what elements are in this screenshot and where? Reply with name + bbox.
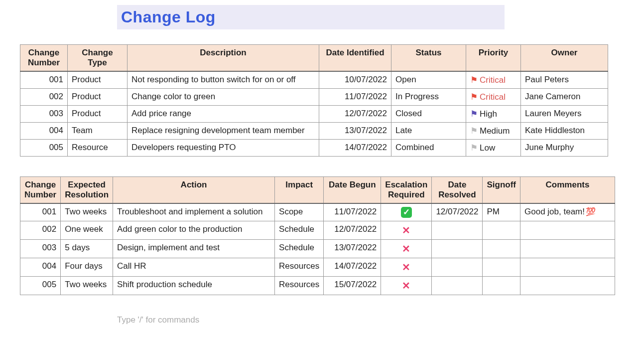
cell-owner: June Murphy [521,140,608,157]
cell-action: Troubleshoot and implement a solution [113,203,275,221]
slash-command-input[interactable] [117,315,316,325]
cell-priority: ⚑Medium [466,123,521,140]
cell-description: Replace resigning development team membe… [128,123,319,140]
cell-description: Change color to green [128,89,319,106]
drag-handle-icon[interactable]: ⠿ [27,192,31,199]
cell-escalation: ✕ [381,277,432,295]
cell-change-number: 004 [20,123,68,140]
cell-impact: Schedule [275,221,324,240]
cell-status: Open [391,71,466,89]
cell-signoff [483,258,520,277]
cell-priority: ⚑Critical [466,71,521,89]
cell-signoff [483,277,520,295]
cell-escalation: ✕ [381,258,432,277]
cell-priority: ⚑Critical [466,89,521,106]
cell-action: Call HR [113,258,275,277]
cell-change-number: 001 [20,203,61,221]
col-action: Action [113,177,275,204]
cell-date-identified: 11/07/2022 [319,89,391,106]
table-row[interactable]: 002ProductChange color to green11/07/202… [20,89,608,106]
cell-comments [520,258,615,277]
cell-signoff [483,221,520,240]
cell-date-resolved [432,258,483,277]
cell-change-type: Product [68,71,128,89]
cell-comments [520,221,615,240]
cell-change-number: 003 [20,240,61,258]
col-comments: Comments [520,177,615,204]
flag-icon: ⚑ [470,109,478,119]
cell-impact: Resources [275,258,324,277]
cell-change-number: 005 [20,140,68,157]
col-description: Description [128,45,319,72]
cell-change-number: 005 [20,277,61,295]
cell-owner: Jane Cameron [521,89,608,106]
cell-date-resolved [432,240,483,258]
flag-icon: ⚑ [470,126,478,136]
check-icon: ✓ [401,207,412,218]
table-row[interactable]: 004TeamReplace resigning development tea… [20,123,608,140]
col-change-type: Change Type [68,45,128,72]
col-priority: Priority [466,45,521,72]
cell-change-number: 003 [20,106,68,123]
cell-date-begun: 11/07/2022 [324,203,381,221]
cell-status: Closed [391,106,466,123]
table-row[interactable]: 0035 daysDesign, implement and testSched… [20,240,615,258]
cell-status: In Progress [391,89,466,106]
cell-change-type: Resource [68,140,128,157]
table-row[interactable]: 004Four daysCall HRResources14/07/2022✕ [20,258,615,277]
cell-comments: Good job, team!💯 [520,203,615,221]
cell-priority: ⚑Low [466,140,521,157]
flag-icon: ⚑ [470,75,478,85]
flag-icon: ⚑ [470,92,478,102]
col-expected-resolution: Expected Resolution [61,177,113,204]
table-row[interactable]: 002One weekAdd green color to the produc… [20,221,615,240]
table-row[interactable]: 001ProductNot responding to button switc… [20,71,608,89]
cross-icon: ✕ [402,262,410,273]
cell-date-identified: 10/07/2022 [319,71,391,89]
change-log-table-1: Change Number Change Type Description Da… [20,44,608,157]
col-date-identified: Date Identified [319,45,391,72]
cell-date-identified: 12/07/2022 [319,106,391,123]
col-date-resolved: Date Resolved [432,177,483,204]
cross-icon: ✕ [402,243,410,254]
table-row[interactable]: 005ResourceDevelopers requesting PTO14/0… [20,140,608,157]
cell-change-number: 004 [20,258,61,277]
cell-description: Add price range [128,106,319,123]
cell-date-resolved [432,277,483,295]
cell-date-begun: 13/07/2022 [324,240,381,258]
cell-change-number: 001 [20,71,68,89]
cell-priority: ⚑High [466,106,521,123]
hundred-emoji-icon: 💯 [586,207,596,216]
table-row[interactable]: 001Two weeksTroubleshoot and implement a… [20,203,615,221]
cross-icon: ✕ [402,280,410,291]
cell-description: Not responding to button switch for on o… [128,71,319,89]
col-signoff: Signoff [483,177,520,204]
table-row[interactable]: 003ProductAdd price range12/07/2022Close… [20,106,608,123]
cell-expected-resolution: Four days [61,258,113,277]
cell-escalation: ✓ [381,203,432,221]
cell-expected-resolution: One week [61,221,113,240]
cell-owner: Paul Peters [521,71,608,89]
cell-change-number: 002 [20,221,61,240]
page-title: Change Log [117,5,505,29]
cell-change-type: Product [68,89,128,106]
cell-date-begun: 14/07/2022 [324,258,381,277]
col-owner: Owner [521,45,608,72]
cell-signoff: PM [483,203,520,221]
cell-impact: Schedule [275,240,324,258]
cell-status: Late [391,123,466,140]
cell-action: Design, implement and test [113,240,275,258]
cell-change-type: Product [68,106,128,123]
col-escalation-required: Escalation Required [381,177,432,204]
cell-expected-resolution: Two weeks [61,277,113,295]
cell-status: Combined [391,140,466,157]
table-row[interactable]: 005Two weeksShift production scheduleRes… [20,277,615,295]
col-status: Status [391,45,466,72]
cross-icon: ✕ [402,225,410,236]
cell-date-identified: 13/07/2022 [319,123,391,140]
cell-impact: Resources [275,277,324,295]
cell-date-begun: 15/07/2022 [324,277,381,295]
cell-action: Shift production schedule [113,277,275,295]
col-impact: Impact [275,177,324,204]
cell-expected-resolution: Two weeks [61,203,113,221]
